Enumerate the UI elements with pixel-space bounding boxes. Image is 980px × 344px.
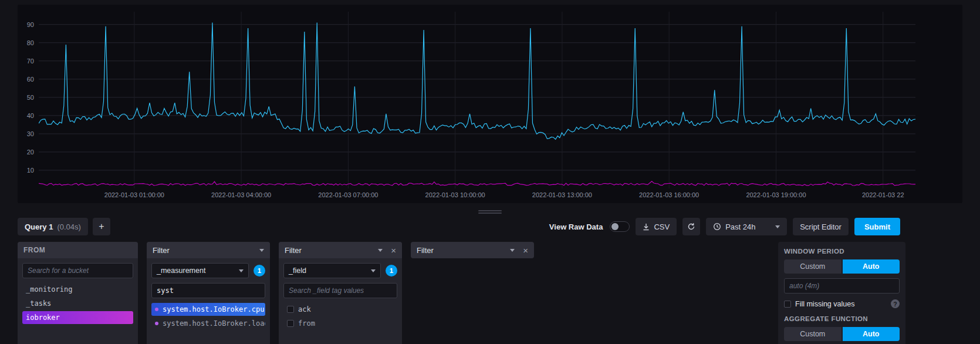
filter-card-header[interactable]: Filter	[147, 242, 270, 258]
x-axis-label: 2022-01-03 04:00:00	[202, 191, 280, 198]
query-tab[interactable]: Query 1 (0.04s)	[18, 218, 88, 235]
submit-label: Submit	[864, 222, 890, 231]
bucket-list-item[interactable]: _monitoring	[22, 283, 133, 296]
chevron-down-icon	[775, 225, 780, 228]
bucket-list-item[interactable]: _tasks	[22, 297, 133, 310]
bucket-name: _monitoring	[26, 285, 72, 294]
y-axis-label: 40	[18, 112, 34, 119]
script-editor-label: Script Editor	[800, 222, 842, 231]
filter-card-header[interactable]: Filter ×	[279, 242, 402, 258]
script-editor-button[interactable]: Script Editor	[793, 218, 849, 235]
time-series-plot[interactable]	[39, 12, 915, 188]
y-axis-label: 80	[18, 39, 34, 46]
tag-key-label: _measurement	[157, 267, 205, 275]
refresh-button[interactable]	[682, 218, 700, 235]
series-dot-icon	[155, 322, 158, 325]
series-line-cpu	[39, 23, 915, 140]
aggregate-auto-option[interactable]: Auto	[843, 327, 900, 341]
from-card-header: FROM	[18, 242, 138, 258]
x-axis-label: 2022-01-03 16:00:00	[630, 191, 708, 198]
bucket-selector-card: FROM _monitoring _tasks iobroker	[18, 242, 138, 344]
graph-panel: 1020304050607080902022-01-03 01:00:00202…	[18, 5, 962, 203]
filter-title: Filter	[417, 246, 434, 255]
series-line-load	[39, 181, 915, 186]
y-axis-label: 10	[18, 167, 34, 174]
view-raw-data-label: View Raw Data	[549, 222, 603, 231]
influxdb-data-explorer: 1020304050607080902022-01-03 01:00:00202…	[0, 0, 980, 344]
csv-download-button[interactable]: CSV	[636, 218, 677, 235]
field-name: ack	[298, 305, 311, 313]
bucket-list-item-selected[interactable]: iobroker	[22, 311, 133, 324]
measurement-search-input[interactable]	[151, 283, 265, 298]
measurement-filter-card: Filter _measurement 1 system.host.IoBrok…	[147, 242, 270, 344]
download-icon	[643, 223, 650, 231]
query-duration: (0.04s)	[57, 222, 80, 231]
add-query-button[interactable]: +	[93, 218, 110, 235]
tag-key-dropdown[interactable]: _measurement	[151, 263, 249, 278]
bucket-name: iobroker	[26, 313, 60, 322]
y-axis-label: 60	[18, 76, 34, 83]
empty-filter-card: Filter ×	[411, 242, 534, 258]
field-list-item[interactable]: from	[283, 317, 397, 330]
chevron-down-icon	[259, 249, 264, 252]
chevron-down-icon	[239, 269, 244, 272]
field-search-input[interactable]	[283, 283, 397, 298]
measurement-list: system.host.IoBroker.cpu system.host.IoB…	[151, 303, 265, 330]
bucket-search-input[interactable]	[22, 263, 133, 278]
aggregate-function-title: AGGREGATE FUNCTION	[784, 315, 900, 322]
filter-title: Filter	[285, 246, 302, 255]
chevron-down-icon	[378, 249, 383, 252]
line-chart	[39, 12, 915, 188]
filter-title: Filter	[153, 246, 170, 255]
fill-missing-checkbox[interactable]	[784, 301, 791, 308]
checkbox-icon[interactable]	[287, 320, 294, 327]
window-period-mode-toggle: Custom Auto	[784, 259, 900, 274]
field-list: ack from	[283, 303, 397, 330]
query-toolbar: Query 1 (0.04s) + View Raw Data CSV Past…	[18, 217, 962, 236]
tag-key-label: _field	[289, 267, 306, 275]
selected-count-badge: 1	[386, 265, 397, 276]
measurement-list-item-selected[interactable]: system.host.IoBroker.cpu	[151, 303, 265, 316]
query-options-panel: WINDOW PERIOD Custom Auto Fill missing v…	[778, 242, 905, 344]
y-axis-label: 20	[18, 149, 34, 156]
chevron-down-icon	[510, 249, 515, 252]
csv-label: CSV	[654, 222, 670, 231]
field-filter-card: Filter × _field 1 ack	[279, 242, 402, 344]
submit-button[interactable]: Submit	[854, 218, 900, 235]
series-dot-icon	[155, 308, 158, 311]
fill-missing-label: Fill missing values	[795, 300, 854, 308]
aggregate-custom-option[interactable]: Custom	[784, 327, 842, 341]
field-list-item[interactable]: ack	[283, 303, 397, 316]
y-axis-label: 30	[18, 130, 34, 137]
filter-card-header[interactable]: Filter ×	[411, 242, 534, 258]
window-auto-option[interactable]: Auto	[843, 259, 900, 274]
x-axis-label: 2022-01-03 07:00:00	[309, 191, 387, 198]
remove-filter-icon[interactable]: ×	[523, 246, 528, 255]
from-title: FROM	[23, 246, 45, 254]
chevron-down-icon	[371, 269, 376, 272]
field-name: from	[298, 319, 315, 328]
bucket-name: _tasks	[26, 299, 51, 308]
time-range-dropdown[interactable]: Past 24h	[706, 218, 787, 235]
view-raw-data-toggle[interactable]	[610, 221, 630, 232]
bucket-list: _monitoring _tasks iobroker	[22, 283, 133, 324]
clock-icon	[713, 222, 721, 231]
x-axis-label: 2022-01-03 10:00:00	[417, 191, 494, 198]
x-axis-label: 2022-01-03 19:00:00	[737, 191, 815, 198]
checkbox-icon[interactable]	[287, 306, 294, 313]
query-tab-label: Query 1	[25, 222, 53, 231]
help-icon[interactable]: ?	[891, 299, 900, 308]
x-axis-label: 2022-01-03 13:00:00	[523, 191, 601, 198]
measurement-list-item[interactable]: system.host.IoBroker.load	[151, 317, 265, 330]
time-range-label: Past 24h	[725, 222, 755, 231]
x-axis-label: 2022-01-03 22	[844, 191, 922, 198]
measurement-name: system.host.IoBroker.load	[163, 319, 265, 328]
window-period-input[interactable]	[784, 278, 900, 294]
panel-resize-handle[interactable]	[478, 209, 502, 215]
x-axis-label: 2022-01-03 01:00:00	[96, 191, 173, 198]
remove-filter-icon[interactable]: ×	[391, 246, 396, 255]
y-axis-label: 70	[18, 58, 34, 65]
tag-key-dropdown[interactable]: _field	[283, 263, 381, 278]
toggle-knob	[611, 223, 619, 230]
window-custom-option[interactable]: Custom	[784, 259, 842, 274]
